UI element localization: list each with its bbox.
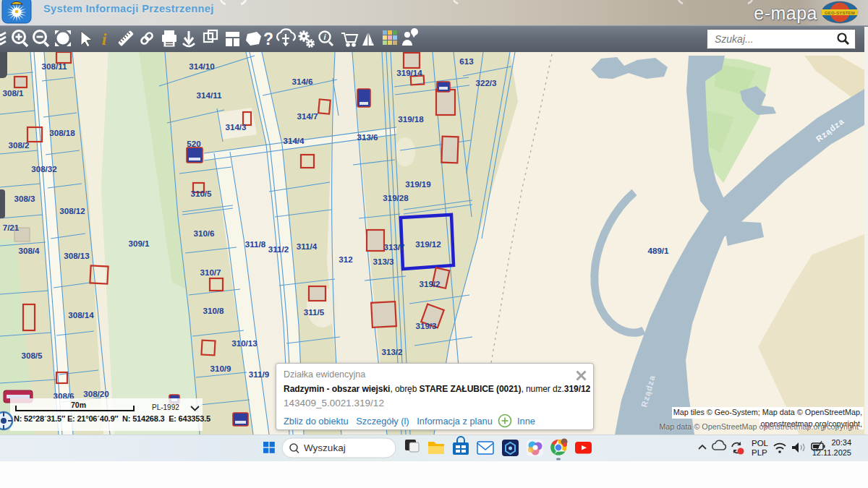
svg-text:POL: POL: [752, 439, 769, 448]
svg-text:Wyszukaj: Wyszukaj: [304, 442, 346, 453]
svg-text:310/8: 310/8: [203, 306, 224, 315]
svg-text:308/4: 308/4: [18, 246, 40, 255]
svg-text:313/7: 313/7: [383, 242, 404, 252]
svg-text:308/5: 308/5: [21, 351, 43, 360]
svg-text:311/4: 311/4: [297, 241, 318, 251]
svg-text:i: i: [102, 30, 107, 48]
svg-text:319/19: 319/19: [405, 179, 431, 189]
svg-text:313/2: 313/2: [381, 347, 402, 356]
svg-text:319/3: 319/3: [415, 321, 437, 330]
svg-text:311/2: 311/2: [268, 244, 289, 254]
svg-text:308/1: 308/1: [2, 88, 24, 98]
svg-text:319/12: 319/12: [415, 239, 441, 249]
svg-text:310/9: 310/9: [210, 364, 231, 373]
svg-text:70m: 70m: [71, 401, 86, 409]
svg-text:314/10: 314/10: [189, 61, 214, 71]
svg-text:20:34: 20:34: [831, 438, 851, 447]
svg-text:308/20: 308/20: [83, 389, 109, 398]
svg-text:489/1: 489/1: [647, 246, 669, 255]
svg-text:!: !: [371, 38, 373, 45]
svg-text:314/3: 314/3: [225, 122, 247, 132]
svg-text:308/12: 308/12: [59, 206, 85, 215]
svg-text:308/14: 308/14: [68, 310, 94, 320]
svg-text:GEO-SYSTEM: GEO-SYSTEM: [825, 11, 855, 15]
svg-text:311/8: 311/8: [245, 239, 266, 249]
svg-text:319/28: 319/28: [383, 193, 409, 202]
svg-text:310/7: 310/7: [200, 267, 221, 277]
svg-text:314/6: 314/6: [292, 77, 313, 86]
svg-text:520: 520: [187, 139, 200, 148]
svg-text:322/3: 322/3: [475, 78, 497, 87]
svg-text:308/13: 308/13: [64, 251, 90, 260]
svg-text:311/5: 311/5: [304, 307, 325, 317]
svg-text:?: ?: [263, 30, 273, 48]
svg-text:319/2: 319/2: [419, 279, 440, 288]
svg-text:313/6: 313/6: [357, 132, 378, 142]
svg-text:i: i: [323, 33, 326, 41]
svg-text:314/4: 314/4: [283, 136, 305, 145]
svg-text:308/11: 308/11: [42, 61, 67, 71]
svg-text:308/32: 308/32: [31, 164, 56, 174]
svg-text:309/1: 309/1: [128, 239, 150, 248]
svg-text:314/11: 314/11: [197, 90, 222, 100]
svg-text:613: 613: [459, 56, 474, 66]
svg-text:313/3: 313/3: [373, 257, 394, 266]
svg-text:308/2: 308/2: [8, 140, 29, 150]
svg-text:12.11.2025: 12.11.2025: [812, 448, 851, 457]
svg-text:PL-1992: PL-1992: [152, 403, 179, 411]
svg-text:310/5: 310/5: [190, 189, 212, 198]
svg-text:319/18: 319/18: [398, 114, 424, 124]
svg-text:308/18: 308/18: [49, 128, 75, 137]
svg-text:312: 312: [339, 254, 352, 264]
svg-text:319/14: 319/14: [396, 68, 422, 77]
svg-text:310/6: 310/6: [193, 228, 215, 238]
svg-text:314/7: 314/7: [297, 111, 318, 121]
svg-text:PLP: PLP: [752, 448, 767, 457]
svg-text:308/3: 308/3: [14, 194, 35, 203]
svg-text:310/13: 310/13: [231, 338, 258, 348]
svg-text:7/21: 7/21: [3, 223, 20, 232]
svg-text:311/9: 311/9: [249, 369, 270, 379]
